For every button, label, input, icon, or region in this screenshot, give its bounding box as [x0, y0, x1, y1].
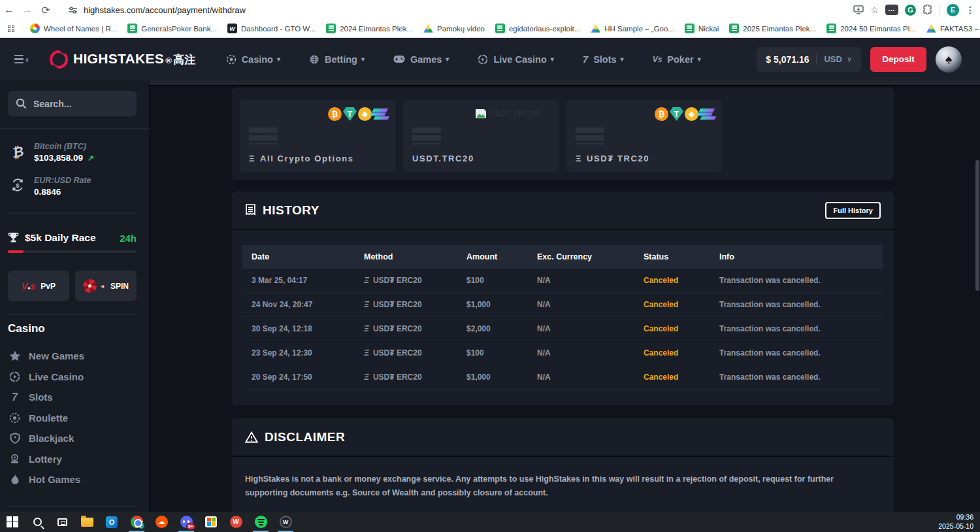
back-icon[interactable]: ←	[0, 4, 18, 16]
bookmark-item[interactable]: 2024 50 Eimantas Pl...	[826, 24, 916, 33]
chrome-button[interactable]: E	[124, 512, 149, 532]
url-text[interactable]: highstakes.com/account/payment/withdraw	[84, 5, 246, 15]
bookmark-item[interactable]: WDashboard - GTO W...	[227, 24, 316, 33]
disclaimer-title: DISCLAIMER	[265, 430, 345, 444]
outlook-icon: O	[106, 516, 118, 528]
versus-icon: Vs	[653, 55, 662, 64]
bookmark-item[interactable]: Wheel of Names | R...	[30, 24, 117, 33]
profile-avatar[interactable]: E	[947, 4, 959, 16]
bookmark-item[interactable]: 2024 Eimantas Plek...	[326, 24, 413, 33]
warning-icon	[245, 431, 258, 443]
extensions-puzzle-icon[interactable]	[923, 5, 933, 15]
payment-options-panel: ₿ T ◈ ΞAll Crypto Options USDT.TRC20	[232, 88, 894, 180]
search-input[interactable]	[33, 99, 118, 109]
sidebar-item-lottery[interactable]: Lottery	[0, 449, 150, 470]
uptrend-icon: ↗	[88, 154, 94, 163]
bookmark-item[interactable]: FAKTAS3 – „Google...	[926, 24, 980, 33]
bookmark-item[interactable]: Nickai	[685, 24, 719, 33]
bookmark-item[interactable]: 2025 Eimantas Plek...	[729, 24, 816, 33]
trophy-icon	[8, 232, 19, 244]
task-view-button[interactable]	[50, 512, 74, 532]
list-icon: Ξ	[364, 373, 369, 382]
taskbar: O E ☁ 9+ W W 09:36 2025-05-10	[0, 512, 980, 532]
daily-race-widget[interactable]: $5k Daily Race 24h	[8, 232, 137, 253]
payment-card-all-crypto[interactable]: ₿ T ◈ ΞAll Crypto Options	[240, 100, 395, 172]
nav-casino[interactable]: Casino▾	[226, 54, 280, 65]
address-bar[interactable]: highstakes.com/account/payment/withdraw	[63, 2, 821, 18]
header-right: $ 5,071.16 USD ∨ Deposit ♠	[757, 46, 962, 73]
sheets-favicon	[685, 24, 694, 33]
sidebar-item-slots[interactable]: 7 Slots	[0, 387, 150, 408]
send-to-device-icon[interactable]	[853, 5, 864, 14]
nav-poker[interactable]: Vs Poker▾	[653, 54, 701, 65]
bookmarks-bar: Wheel of Names | R... GeneralsPoker Bank…	[0, 20, 980, 38]
sheets-favicon	[326, 24, 336, 33]
outlook-button[interactable]: O	[99, 512, 124, 532]
sidebar-section-title: Casino	[8, 322, 45, 335]
sidebar-item-hot-games[interactable]: Hot Games	[0, 469, 150, 490]
bookmark-star-icon[interactable]: ☆	[870, 5, 879, 15]
wheel-favicon	[30, 24, 40, 33]
table-row: 20 Sep 24, 17:50 ΞUSD₮ ERC20 $1,000 N/A …	[242, 365, 883, 390]
list-icon: Ξ	[364, 348, 369, 357]
bookmark-item[interactable]: egidatoriaus-exploit...	[495, 24, 580, 33]
full-history-button[interactable]: Full History	[825, 202, 881, 219]
sidebar-collapse-icon[interactable]: ‹	[14, 54, 29, 64]
site-info-icon[interactable]	[68, 5, 78, 15]
page-scrollbar[interactable]	[975, 160, 979, 291]
balance-currency-selector[interactable]: $ 5,071.16 USD ∨	[757, 47, 861, 72]
basketball-icon	[309, 54, 319, 65]
race-countdown: 24h	[120, 233, 137, 244]
nav-live-casino[interactable]: Live Casino▾	[478, 54, 553, 65]
apps-grid-icon[interactable]	[8, 25, 14, 32]
spotify-button[interactable]	[248, 512, 273, 532]
adblock-extension-icon[interactable]: •••	[885, 5, 898, 15]
grammarly-extension-icon[interactable]: G	[905, 5, 916, 16]
forward-icon[interactable]: →	[18, 4, 37, 16]
payment-card-usdt-trc20-alt[interactable]: ₿ T ◈ ΞUSD₮ TRC20	[566, 100, 722, 172]
solana-icon	[700, 107, 715, 121]
search-box[interactable]	[8, 91, 137, 116]
taskbar-search[interactable]	[25, 512, 50, 532]
pvp-button[interactable]: V♠s PvP	[8, 271, 69, 301]
sidebar-item-roulette[interactable]: Roulette	[0, 408, 150, 429]
soundcloud-button[interactable]: ☁	[149, 512, 174, 532]
bookmark-item[interactable]: Pamokų video	[423, 24, 485, 33]
image-alt-text: USDT.TRC20	[489, 109, 540, 118]
bookmark-item[interactable]: HH Sample – „Goo...	[591, 24, 674, 33]
disclaimer-text: HighStakes is not a bank or money exchan…	[232, 457, 894, 512]
reload-icon[interactable]: ⟳	[37, 4, 55, 16]
play-circle-icon	[8, 371, 21, 382]
start-button[interactable]	[0, 512, 25, 532]
file-explorer-button[interactable]	[74, 512, 99, 532]
browser-toolbar: ← → ⟳ highstakes.com/account/payment/wit…	[0, 0, 980, 20]
sidebar-item-blackjack[interactable]: Blackjack	[0, 428, 150, 449]
wheel-pointer-icon: ◄	[99, 283, 105, 290]
bookmark-item[interactable]: GeneralsPoker Bank...	[127, 24, 217, 33]
highstakes-logo-icon[interactable]	[50, 50, 68, 69]
brand-title[interactable]: HIGHSTAKES ® 高注	[73, 51, 196, 67]
w-app-button[interactable]: W	[273, 512, 298, 532]
store-icon	[205, 516, 217, 527]
nav-betting[interactable]: Betting▾	[309, 54, 365, 65]
taskbar-clock[interactable]: 09:36 2025-05-10	[938, 513, 973, 530]
sidebar-item-live-casino[interactable]: Live Casino	[0, 367, 150, 388]
list-icon: Ξ	[364, 300, 369, 309]
browser-menu-icon[interactable]: ⋮	[966, 5, 975, 15]
deposit-button[interactable]: Deposit	[870, 47, 926, 72]
spin-button[interactable]: ◄ SPIN	[75, 271, 137, 301]
payment-card-usdt-trc20[interactable]: USDT.TRC20 USDT.TRC20	[403, 100, 559, 172]
roulette-wheel-icon	[8, 412, 21, 424]
chevron-down-icon: ▾	[698, 56, 701, 63]
sidebar-item-new-games[interactable]: New Games	[0, 346, 150, 367]
user-avatar[interactable]: ♠	[936, 46, 962, 73]
nav-games[interactable]: Games▾	[393, 54, 449, 65]
drive-favicon	[423, 24, 433, 33]
chevron-down-icon: ▾	[551, 56, 554, 63]
ms-store-button[interactable]	[199, 512, 223, 532]
sheets-favicon	[729, 24, 739, 33]
wps-office-button[interactable]: W	[223, 512, 248, 532]
nav-slots[interactable]: 7 Slots▾	[583, 54, 624, 65]
discord-button[interactable]: 9+	[174, 512, 199, 532]
star-icon	[8, 350, 21, 361]
